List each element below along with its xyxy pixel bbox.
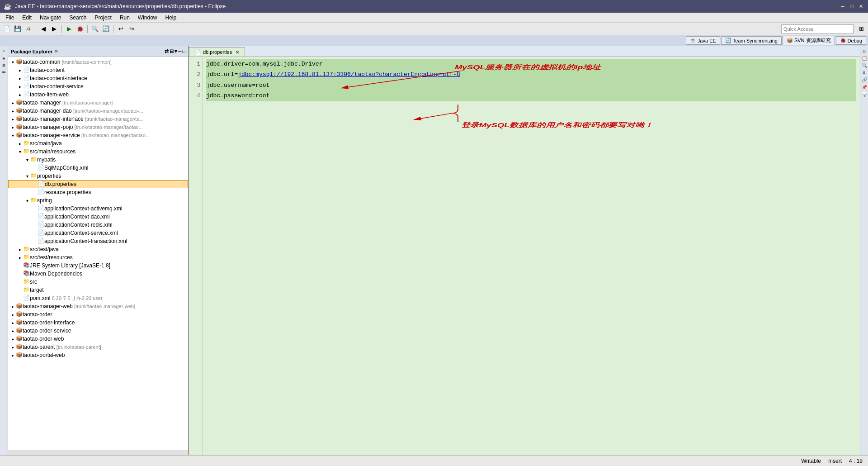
tree-item-applicationContext-dao-xml[interactable]: 📄applicationContext-dao.xml [8,213,188,221]
menu-run[interactable]: Run [116,14,133,22]
pe-max-icon[interactable]: □ [182,48,185,54]
tree-toggle[interactable]: ▸ [17,255,23,260]
tree-item-src/test/resources[interactable]: ▸📁src/test/resources [8,253,188,262]
tree-item-taotao-manager-service[interactable]: ▾📦taotao-manager-service [trunk/taotao-m… [8,131,188,139]
tree-item-spring[interactable]: ▾📁spring [8,196,188,204]
tree-item-db-properties[interactable]: 📄db.properties [8,180,188,188]
tree-toggle[interactable]: ▸ [17,141,23,146]
tree-toggle[interactable]: ▸ [10,125,15,130]
tree-item-SqlMapConfig-xml[interactable]: 📄SqlMapConfig.xml [8,164,188,172]
tree-toggle[interactable]: ▸ [17,76,23,81]
minimize-button[interactable]: ─ [839,3,846,10]
close-button[interactable]: ✕ [857,3,864,10]
redo-button[interactable]: ↪ [127,24,137,34]
tree-item-taotao-manager-interface[interactable]: ▸📦taotao-manager-interface [trunk/taotao… [8,115,188,123]
pe-scrollbar[interactable] [8,450,188,455]
perspective-svn[interactable]: 📦 SVN 资源库研究 [783,36,835,45]
tree-toggle[interactable]: ▸ [10,109,15,114]
tree-item-JRE-System-Library-[JavaSE-1-8][interactable]: 📚JRE System Library [JavaSE-1.8] [8,262,188,270]
tree-item-src/main/java[interactable]: ▸📁src/main/java [8,139,188,147]
tree-toggle[interactable]: ▸ [17,68,23,73]
tree-item-taotao-manager-dao[interactable]: ▸📦taotao-manager-dao [trunk/taotao-manag… [8,107,188,115]
tab-close[interactable]: ✕ [236,50,239,55]
tree-item-resource-properties[interactable]: 📄resource.properties [8,188,188,196]
search-button[interactable]: 🔍 [90,24,100,34]
window-controls[interactable]: ─ □ ✕ [839,3,864,10]
tree-toggle[interactable]: ▾ [17,149,23,154]
tree-toggle[interactable]: ▾ [10,60,15,65]
code-lines[interactable]: jdbc.driver=com.mysql.jdbc.Driver jdbc.u… [203,57,860,455]
tree-item-applicationContext-transaction-xml[interactable]: 📄applicationContext-transaction.xml [8,237,188,245]
tree-item-taotao-order-service[interactable]: ▸📦taotao-order-service [8,327,188,335]
menu-project[interactable]: Project [91,14,115,22]
tree-toggle[interactable]: ▸ [10,320,15,325]
quick-access-box[interactable] [781,24,854,33]
pe-sync-icon[interactable]: ⇄ [165,48,169,54]
pe-min-icon[interactable]: ─ [178,48,182,54]
print-button[interactable]: 🖨 [24,24,33,34]
tree-item-taotao-manager[interactable]: ▸📦taotao-manager [trunk/taotao-manager] [8,99,188,107]
tree-item-src[interactable]: 📁src [8,278,188,286]
right-icon-2[interactable]: 📋 [861,55,868,62]
tree-item-taotao-manager-pojo[interactable]: ▸📦taotao-manager-pojo [trunk/taotao-mana… [8,123,188,131]
tree-toggle[interactable]: ▸ [10,353,15,358]
left-icon-3[interactable]: ⊞ [1,62,7,69]
tree-toggle[interactable]: ▾ [24,174,30,179]
tree-item-src/test/java[interactable]: ▸📁src/test/java [8,245,188,253]
tree-item-src/main/resources[interactable]: ▾📁src/main/resources [8,147,188,156]
tree-item-taotao-manager-web[interactable]: ▸📦taotao-manager-web [trunk/taotao-manag… [8,302,188,310]
editor-tab-db-properties[interactable]: 📄 db.properties ✕ [189,47,245,57]
tree-item-taotao-order-web[interactable]: ▸📦taotao-order-web [8,335,188,343]
right-icon-4[interactable]: ⚙ [861,70,868,76]
tree-item-applicationContext-activemq-xml[interactable]: 📄applicationContext-activemq.xml [8,204,188,213]
left-icon-1[interactable]: ≡ [1,48,7,54]
perspective-debug[interactable]: 🐞 Debug [836,36,866,45]
right-icon-6[interactable]: 📌 [861,84,868,90]
back-button[interactable]: ◀ [38,24,48,34]
tree-toggle[interactable]: ▸ [10,100,15,105]
maximize-button[interactable]: □ [848,3,855,10]
tree-toggle[interactable]: ▾ [10,133,15,138]
tree-toggle[interactable]: ▸ [10,328,15,333]
quick-access-input[interactable] [783,26,851,32]
tree-toggle[interactable]: ▸ [17,92,23,97]
right-icon-7[interactable]: 📊 [861,91,868,98]
pe-collapse-icon[interactable]: ⊟ [170,48,174,54]
tree-toggle[interactable]: ▸ [10,345,15,350]
refresh-button[interactable]: 🔄 [101,24,111,34]
new-button[interactable]: 📄 [2,24,12,34]
forward-button[interactable]: ▶ [49,24,59,34]
tree-item-applicationContext-service-xml[interactable]: 📄applicationContext-service.xml [8,229,188,237]
menu-edit[interactable]: Edit [19,14,35,22]
tree-toggle[interactable]: ▸ [10,304,15,309]
right-icon-5[interactable]: 🔗 [861,77,868,83]
tree-item-taotao-content-interface[interactable]: ▸📄taotao-content-interface [8,74,188,82]
menu-help[interactable]: Help [162,14,180,22]
menu-window[interactable]: Window [134,14,161,22]
tree-item-taotao-common[interactable]: ▾📦taotao-common [trunk/taotao-common] [8,58,188,66]
tree-item-pom-xml[interactable]: 📄pom.xml 8 20-7-5 上午2:20 user [8,294,188,302]
menu-file[interactable]: File [2,14,18,22]
right-icon-3[interactable]: 🔍 [861,62,868,69]
undo-button[interactable]: ↩ [116,24,126,34]
tree-toggle[interactable]: ▾ [24,157,30,162]
perspective-team-sync[interactable]: 🔄 Team Synchronizing [721,36,782,45]
tree-item-Maven-Dependencies[interactable]: 📚Maven Dependencies [8,270,188,278]
tree-item-taotao-parent[interactable]: ▸📦taotao-parent [trunk/taotao-parent] [8,343,188,351]
right-icon-1[interactable]: ⊞ [861,48,868,54]
tree-item-taotao-item-web[interactable]: ▸📄taotao-item-web [8,90,188,99]
tree-toggle[interactable]: ▸ [10,117,15,122]
menu-search[interactable]: Search [66,14,90,22]
tree-item-taotao-order-interface[interactable]: ▸📦taotao-order-interface [8,319,188,327]
perspective-open-button[interactable]: ⊞ [856,24,866,34]
left-icon-2[interactable]: ◈ [1,55,7,62]
run-button[interactable]: ▶ [64,24,74,34]
perspective-java-ee[interactable]: ☕ Java EE [686,36,720,45]
tree-item-taotao-portal-web[interactable]: ▸📦taotao-portal-web [8,351,188,359]
tree-item-properties[interactable]: ▾📁properties [8,172,188,180]
tree-toggle[interactable]: ▸ [10,337,15,342]
tree-item-taotao-content[interactable]: ▸📄taotao-content [8,66,188,74]
tree-item-taotao-order[interactable]: ▸📦taotao-order [8,310,188,319]
tree-item-taotao-content-service[interactable]: ▸📄taotao-content-service [8,82,188,90]
tree-toggle[interactable]: ▸ [17,84,23,89]
